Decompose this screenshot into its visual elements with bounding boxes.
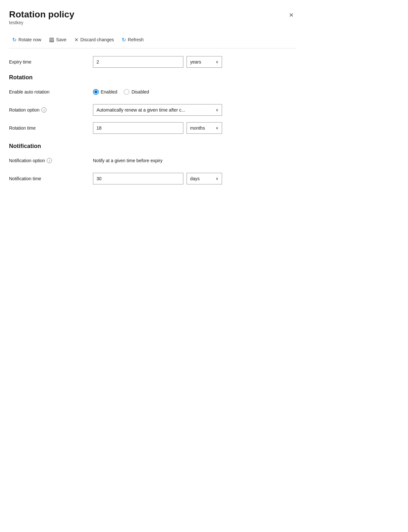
refresh-icon: ↻ <box>122 37 126 43</box>
disabled-radio[interactable]: Disabled <box>124 89 149 95</box>
rotation-time-unit-chevron: ∨ <box>216 126 219 130</box>
rotation-option-controls: Automatically renew at a given time afte… <box>93 104 296 116</box>
rotation-time-row: Rotation time months ∨ <box>9 122 296 134</box>
notification-time-row: Notification time days ∨ <box>9 173 296 184</box>
notification-section-title: Notification <box>9 143 296 150</box>
refresh-button[interactable]: ↻ Refresh <box>118 35 147 45</box>
expiry-time-input[interactable] <box>93 56 183 68</box>
panel-subtitle: testkey <box>9 20 74 25</box>
notification-option-label: Notification option i <box>9 158 93 163</box>
auto-rotation-row: Enable auto rotation Enabled Disabled <box>9 86 296 98</box>
refresh-label: Refresh <box>128 37 144 42</box>
discard-icon: ✕ <box>74 37 78 43</box>
rotation-option-dropdown[interactable]: Automatically renew at a given time afte… <box>93 104 222 116</box>
notification-time-unit-chevron: ∨ <box>216 176 219 181</box>
panel-title-group: Rotation policy testkey <box>9 9 74 30</box>
rotation-section-title: Rotation <box>9 74 296 81</box>
svg-rect-2 <box>50 40 53 42</box>
discard-button[interactable]: ✕ Discard changes <box>71 35 117 45</box>
rotation-policy-panel: Rotation policy testkey ✕ ↻ Rotate now S… <box>0 0 307 206</box>
notification-option-controls: Notify at a given time before expiry <box>93 158 296 163</box>
panel-title: Rotation policy <box>9 9 74 20</box>
rotation-option-row: Rotation option i Automatically renew at… <box>9 104 296 116</box>
rotate-now-label: Rotate now <box>18 37 41 42</box>
rotation-option-label: Rotation option i <box>9 107 93 113</box>
notification-option-row: Notification option i Notify at a given … <box>9 155 296 166</box>
save-button[interactable]: Save <box>46 35 70 44</box>
notification-time-input[interactable] <box>93 173 183 184</box>
expiry-unit-dropdown[interactable]: years ∨ <box>187 56 222 68</box>
close-icon: ✕ <box>289 12 294 18</box>
save-icon <box>49 37 54 43</box>
rotation-time-controls: months ∨ <box>93 122 296 134</box>
notification-option-value: Notify at a given time before expiry <box>93 158 163 163</box>
notification-time-unit-dropdown[interactable]: days ∨ <box>187 173 222 184</box>
expiry-time-row: Expiry time years ∨ <box>9 56 296 68</box>
disabled-radio-label: Disabled <box>131 89 149 94</box>
rotate-now-button[interactable]: ↻ Rotate now <box>9 35 45 45</box>
discard-label: Discard changes <box>80 37 114 42</box>
notification-time-label: Notification time <box>9 176 93 181</box>
notification-time-controls: days ∨ <box>93 173 296 184</box>
enabled-radio[interactable]: Enabled <box>93 89 117 95</box>
rotate-icon: ↻ <box>12 37 16 43</box>
notification-section: Notification Notification option i Notif… <box>9 143 296 184</box>
expiry-controls: years ∨ <box>93 56 296 68</box>
enabled-radio-circle <box>93 89 99 95</box>
rotation-time-label: Rotation time <box>9 125 93 131</box>
rotation-option-info-icon[interactable]: i <box>41 107 46 113</box>
enabled-radio-label: Enabled <box>101 89 117 94</box>
rotation-time-input[interactable] <box>93 122 183 134</box>
notification-time-unit-value: days <box>190 176 200 181</box>
panel-header: Rotation policy testkey ✕ <box>9 9 296 30</box>
svg-rect-1 <box>51 38 53 40</box>
rotation-option-chevron: ∨ <box>216 108 219 112</box>
auto-rotation-label: Enable auto rotation <box>9 89 93 94</box>
expiry-time-label: Expiry time <box>9 59 93 64</box>
disabled-radio-circle <box>124 89 129 95</box>
rotation-section: Rotation Enable auto rotation Enabled Di… <box>9 74 296 134</box>
notification-option-info-icon[interactable]: i <box>47 158 52 163</box>
expiry-unit-chevron: ∨ <box>216 60 219 64</box>
rotation-option-value: Automatically renew at a given time afte… <box>97 107 185 113</box>
auto-rotation-controls: Enabled Disabled <box>93 89 296 95</box>
close-button[interactable]: ✕ <box>286 10 296 20</box>
rotation-time-unit-value: months <box>190 125 205 131</box>
rotation-time-unit-dropdown[interactable]: months ∨ <box>187 122 222 134</box>
toolbar: ↻ Rotate now Save ✕ Discard changes ↻ Re… <box>9 32 296 48</box>
save-label: Save <box>56 37 66 42</box>
expiry-unit-value: years <box>190 59 201 64</box>
